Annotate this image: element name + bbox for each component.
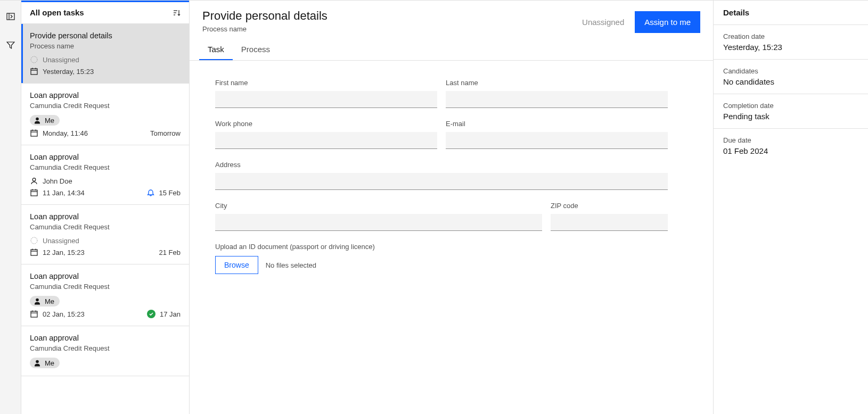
last-name-field[interactable]	[446, 91, 668, 108]
task-item[interactable]: Loan approvalCamundia Credit RequestMeMo…	[21, 84, 189, 145]
last-name-label: Last name	[446, 79, 668, 87]
svg-rect-23	[31, 250, 37, 255]
tab-process[interactable]: Process	[233, 38, 279, 60]
calendar-icon	[30, 310, 38, 318]
creation-date-label: Creation date	[723, 32, 858, 40]
check-icon	[147, 310, 155, 318]
svg-rect-0	[7, 13, 14, 20]
unassigned-icon	[30, 236, 38, 245]
zip-field[interactable]	[551, 214, 668, 231]
assign-to-me-button[interactable]: Assign to me	[635, 11, 700, 33]
svg-point-32	[36, 360, 39, 363]
task-date: 12 Jan, 15:23	[43, 249, 85, 256]
due-date-value: 01 Feb 2024	[723, 146, 858, 155]
page-title: Provide personal details	[202, 9, 327, 23]
calendar-icon	[30, 129, 38, 137]
task-due: 21 Feb	[159, 249, 181, 256]
task-process: Camundia Credit Request	[30, 163, 181, 171]
icon-rail	[0, 1, 21, 414]
page-subtitle: Process name	[202, 25, 327, 33]
task-item[interactable]: Loan approvalCamundia Credit RequestUnas…	[21, 205, 189, 264]
work-phone-field[interactable]	[215, 132, 437, 149]
task-title: Loan approval	[30, 91, 181, 100]
expand-panel-icon[interactable]	[2, 8, 19, 25]
task-item[interactable]: Provide personal detailsProcess nameUnas…	[21, 24, 189, 84]
task-title: Loan approval	[30, 153, 181, 161]
email-field[interactable]	[446, 132, 668, 149]
email-label: E-mail	[446, 120, 668, 128]
due-date-label: Due date	[723, 136, 858, 144]
assignee-label: Me	[45, 359, 54, 367]
task-list-header: All open tasks	[21, 1, 189, 24]
completion-date-value: Pending task	[723, 112, 858, 121]
svg-point-12	[36, 118, 39, 121]
svg-point-7	[31, 56, 37, 63]
svg-rect-18	[31, 190, 37, 196]
calendar-icon	[30, 188, 38, 197]
creation-date-value: Yesterday, 15:23	[723, 43, 858, 52]
assignee-label: John Doe	[43, 177, 72, 185]
filter-icon[interactable]	[2, 37, 19, 54]
svg-rect-28	[31, 311, 37, 317]
assignee-pill: Me	[30, 296, 60, 307]
first-name-label: First name	[215, 79, 437, 87]
calendar-icon	[30, 248, 38, 256]
task-item[interactable]: Loan approvalCamundia Credit RequestMe	[21, 326, 189, 376]
upload-status: No files selected	[266, 261, 316, 269]
task-item[interactable]: Loan approvalCamundia Credit RequestJohn…	[21, 145, 189, 205]
task-due: Tomorrow	[150, 129, 181, 137]
assignee-label: Me	[45, 117, 54, 125]
candidates-value: No candidates	[723, 77, 858, 86]
zip-label: ZIP code	[551, 202, 668, 210]
task-item[interactable]: Loan approvalCamundia Credit RequestMe02…	[21, 264, 189, 326]
task-process: Camundia Credit Request	[30, 283, 181, 291]
svg-marker-2	[7, 42, 14, 48]
task-process: Camundia Credit Request	[30, 344, 181, 352]
sort-icon[interactable]	[172, 9, 181, 17]
task-list-title: All open tasks	[30, 8, 84, 17]
assignee-label: Unassigned	[43, 56, 79, 64]
svg-rect-13	[31, 130, 37, 136]
address-label: Address	[215, 161, 668, 169]
city-label: City	[215, 202, 542, 210]
work-phone-label: Work phone	[215, 120, 437, 128]
task-process: Camundia Credit Request	[30, 223, 181, 231]
tabs: TaskProcess	[190, 38, 713, 61]
svg-rect-8	[31, 69, 37, 74]
task-title: Loan approval	[30, 272, 181, 280]
candidates-label: Candidates	[723, 67, 858, 75]
person-icon	[33, 116, 42, 125]
task-date: 02 Jan, 15:23	[43, 310, 85, 318]
task-date: Monday, 11:46	[43, 129, 88, 137]
svg-point-17	[32, 178, 36, 181]
first-name-field[interactable]	[215, 91, 437, 108]
assignment-status: Unassigned	[582, 18, 624, 27]
svg-point-27	[36, 299, 39, 302]
unassigned-icon	[30, 55, 38, 64]
tab-task[interactable]: Task	[199, 38, 233, 60]
details-title: Details	[714, 1, 868, 25]
task-due: 15 Feb	[159, 189, 181, 197]
assignee-label: Unassigned	[43, 237, 79, 245]
task-process: Camundia Credit Request	[30, 102, 181, 110]
task-list: Provide personal detailsProcess nameUnas…	[21, 24, 189, 414]
task-title: Loan approval	[30, 334, 181, 342]
browse-button[interactable]: Browse	[215, 256, 258, 274]
task-date: 11 Jan, 14:34	[43, 189, 85, 197]
task-due: 17 Jan	[160, 310, 181, 318]
person-icon	[33, 297, 42, 305]
bell-icon	[146, 188, 155, 197]
assignee-label: Me	[45, 297, 54, 305]
person-outline-icon	[30, 177, 38, 185]
city-field[interactable]	[215, 214, 542, 231]
address-field[interactable]	[215, 173, 668, 190]
calendar-icon	[30, 67, 38, 76]
task-date: Yesterday, 15:23	[43, 68, 94, 76]
completion-date-label: Completion date	[723, 102, 858, 110]
person-icon	[33, 359, 42, 367]
task-title: Provide personal details	[30, 31, 181, 40]
svg-point-22	[31, 237, 37, 244]
task-process: Process name	[30, 42, 181, 50]
assignee-pill: Me	[30, 115, 60, 126]
upload-label: Upload an ID document (passport or drivi…	[215, 243, 668, 251]
